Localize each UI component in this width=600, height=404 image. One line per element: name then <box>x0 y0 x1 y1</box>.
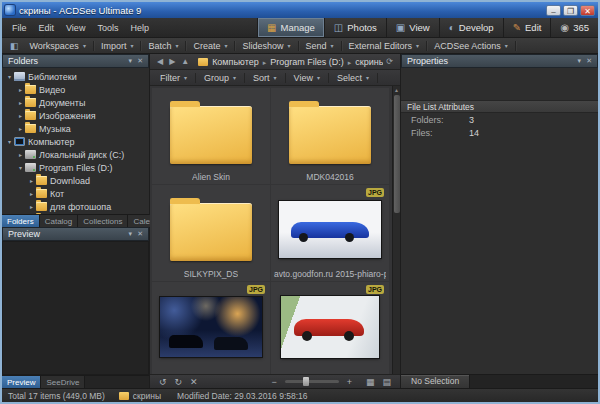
up-icon[interactable]: ▲ <box>178 57 192 66</box>
toolbar-dropdown[interactable]: Slideshow <box>235 41 298 51</box>
tree-item[interactable]: Локальный диск (C:) <box>2 148 149 161</box>
file-list-panel: ◀ ▶ ▲ Компьютер Program Files (D:) скрин… <box>150 54 400 388</box>
toolbar-dropdown[interactable]: External Editors <box>342 41 428 51</box>
toolbar-dropdown[interactable]: Workspaces <box>23 41 94 51</box>
zoom-out-icon[interactable]: − <box>267 375 280 389</box>
toolbar-dropdown[interactable]: Batch <box>141 41 186 51</box>
tree-item[interactable]: Документы <box>2 96 149 109</box>
expand-twisty-icon[interactable] <box>16 164 25 171</box>
mode-tab[interactable]: View <box>386 18 439 37</box>
zoom-in-icon[interactable]: + <box>343 375 356 389</box>
filter-dropdown[interactable]: Filter <box>152 73 196 83</box>
expand-twisty-icon[interactable] <box>16 125 25 132</box>
filter-dropdown[interactable]: Sort <box>245 73 286 83</box>
expand-twisty-icon[interactable] <box>5 73 14 80</box>
menu-item[interactable]: Help <box>124 18 155 38</box>
rotate-right-icon[interactable]: ↻ <box>171 375 187 389</box>
no-selection-tab[interactable]: No Selection <box>401 375 470 388</box>
expand-twisty-icon[interactable] <box>27 190 36 197</box>
preview-panel-tab[interactable]: Preview <box>2 376 41 388</box>
file-grid-item[interactable]: MDK042016 <box>271 88 389 184</box>
mode-tab-label: Manage <box>280 22 314 33</box>
details-view-icon[interactable]: ▤ <box>378 375 395 389</box>
close-pane-icon[interactable]: ✕ <box>137 57 143 65</box>
left-panel-tab[interactable]: Catalog <box>40 215 79 227</box>
tree-item[interactable]: Кот <box>2 187 149 200</box>
left-panel-tab[interactable]: Folders <box>2 215 40 227</box>
menu-item[interactable]: View <box>60 18 91 38</box>
back-icon[interactable]: ◀ <box>154 57 166 66</box>
preview-panel-tab[interactable]: SeeDrive <box>41 376 85 388</box>
tree-item-icon <box>14 72 25 81</box>
file-grid-item[interactable]: JPG avto.goodfon.ru 2015-phiaro-p75-co..… <box>271 185 389 281</box>
expand-twisty-icon[interactable] <box>16 151 25 158</box>
delete-icon[interactable]: ✕ <box>186 375 202 389</box>
menu-item[interactable]: File <box>6 18 33 38</box>
mode-tab[interactable]: Develop <box>439 18 503 37</box>
file-grid-item[interactable]: Alien Skin <box>152 88 270 184</box>
pin-icon[interactable]: ▾ <box>129 230 133 238</box>
forward-icon[interactable]: ▶ <box>166 57 178 66</box>
tree-item[interactable]: Program Files (D:) <box>2 161 149 174</box>
tree-item[interactable]: Библиотеки <box>2 70 149 83</box>
filter-dropdown[interactable]: Select <box>329 73 378 83</box>
left-panel-tab[interactable]: Collections <box>78 215 128 227</box>
breadcrumb-item[interactable]: Компьютер <box>212 57 270 67</box>
close-pane-icon[interactable]: ✕ <box>586 57 592 65</box>
tree-item[interactable]: Музыка <box>2 122 149 135</box>
file-grid-item[interactable]: JPG <box>271 282 389 374</box>
expand-twisty-icon[interactable] <box>16 112 25 119</box>
grid-scrollbar[interactable]: ▲ <box>392 86 400 374</box>
folder-tree: Библиотеки Видео Документы <box>2 68 149 214</box>
expand-twisty-icon[interactable] <box>16 99 25 106</box>
tree-item[interactable]: для фотошопа <box>2 200 149 213</box>
pin-icon[interactable]: ▾ <box>129 57 133 65</box>
pin-icon[interactable]: ▾ <box>578 57 582 65</box>
tree-item[interactable]: Download <box>2 174 149 187</box>
zoom-slider-thumb[interactable] <box>303 377 309 386</box>
tree-item-label: Компьютер <box>28 137 75 147</box>
tree-item[interactable]: Изображения <box>2 109 149 122</box>
file-grid-item[interactable]: SILKYPIX_DS <box>152 185 270 281</box>
breadcrumb-item[interactable]: скрины <box>355 57 383 67</box>
toolbar-dropdown[interactable]: Import <box>94 41 142 51</box>
rotate-left-icon[interactable]: ↺ <box>155 375 171 389</box>
maximize-button[interactable]: ❐ <box>563 5 578 16</box>
toolbar-dropdown[interactable]: ACDSee Actions <box>427 41 516 51</box>
refresh-icon[interactable]: ⟳ <box>383 57 396 66</box>
zoom-slider[interactable] <box>285 380 339 383</box>
toolbar-dropdown[interactable]: Send <box>299 41 342 51</box>
minimize-button[interactable]: – <box>546 5 561 16</box>
menu-item[interactable]: Edit <box>33 18 61 38</box>
mode-tab[interactable]: Edit <box>503 18 551 37</box>
properties-pane-title: Properties <box>407 56 573 66</box>
tree-item[interactable]: Компьютер <box>2 135 149 148</box>
title-bar[interactable]: скрины - ACDSee Ultimate 9 – ❐ ✕ <box>2 2 598 18</box>
mode-tab[interactable]: Photos <box>324 18 386 37</box>
file-grid-item[interactable]: JPG <box>152 282 270 374</box>
expand-twisty-icon[interactable] <box>5 138 14 145</box>
mode-tab-label: 365 <box>573 22 589 33</box>
filter-dropdown[interactable]: View <box>286 73 329 83</box>
breadcrumb-item[interactable]: Program Files (D:) <box>270 57 355 67</box>
toolbar-dropdown[interactable]: Create <box>186 41 235 51</box>
expand-twisty-icon[interactable] <box>16 86 25 93</box>
file-type-badge: JPG <box>366 188 384 197</box>
layout-toggle-icon[interactable]: ◧ <box>6 41 23 51</box>
expand-twisty-icon[interactable] <box>27 203 36 210</box>
filter-dropdown[interactable]: Group <box>196 73 245 83</box>
app-icon <box>5 5 15 15</box>
mode-tab-icon <box>513 23 521 33</box>
scrollbar-thumb[interactable] <box>394 95 400 213</box>
mode-tab-icon <box>267 23 276 33</box>
close-pane-icon[interactable]: ✕ <box>137 230 143 238</box>
tree-item[interactable]: Видео <box>2 83 149 96</box>
grid-wrap: Alien Skin MDK042016 <box>150 86 400 374</box>
expand-twisty-icon[interactable] <box>27 177 36 184</box>
scroll-up-icon[interactable]: ▲ <box>394 86 399 94</box>
menu-item[interactable]: Tools <box>91 18 124 38</box>
thumbnails-view-icon[interactable]: ▦ <box>362 375 379 389</box>
mode-tab[interactable]: 365 <box>550 18 598 37</box>
close-button[interactable]: ✕ <box>580 5 595 16</box>
mode-tab[interactable]: Manage <box>257 18 324 37</box>
